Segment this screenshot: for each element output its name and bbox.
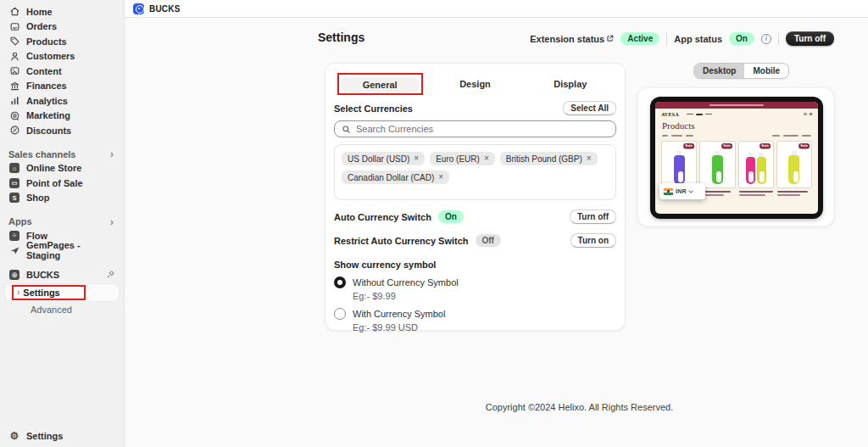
remove-icon[interactable]: × bbox=[438, 173, 443, 182]
copyright-text: Copyright ©2024 Helixo. All Rights Reser… bbox=[325, 402, 834, 412]
sidebar-item-label: Shop bbox=[26, 193, 50, 203]
auto-currency-turn-off-button[interactable]: Turn off bbox=[570, 210, 616, 224]
store-logo: AVESA bbox=[661, 112, 679, 117]
radio-option-without-symbol[interactable]: Without Currency Symbol bbox=[334, 277, 616, 288]
search-currencies-input[interactable] bbox=[356, 124, 609, 134]
restrict-turn-on-button[interactable]: Turn on bbox=[570, 233, 616, 248]
product-bottle-green bbox=[712, 155, 723, 184]
sidebar-item-analytics[interactable]: Analytics bbox=[5, 93, 119, 109]
sidebar-item-label: GemPages - Staging bbox=[26, 240, 115, 260]
sidebar-item-label: Analytics bbox=[26, 96, 68, 106]
tab-bar: General Design Display bbox=[332, 70, 618, 98]
sidebar-item-bucks[interactable]: ◎ BUCKS bbox=[5, 267, 119, 282]
bucks-app-icon: ◎ bbox=[8, 270, 20, 280]
sidebar-item-customers[interactable]: Customers bbox=[5, 49, 119, 64]
app-status-label: App status bbox=[674, 34, 722, 44]
sidebar-item-label: Customers bbox=[26, 51, 75, 61]
gempages-app-icon bbox=[8, 245, 20, 256]
target-icon bbox=[8, 110, 20, 121]
annotation-red-box: › Settings bbox=[12, 285, 86, 300]
sidebar-item-online-store[interactable]: ⌂ Online Store bbox=[5, 161, 119, 176]
sidebar-item-home[interactable]: Home bbox=[5, 4, 119, 20]
product-bottle-yellow bbox=[757, 157, 766, 184]
store-search-icon bbox=[804, 113, 807, 116]
search-currencies-field[interactable] bbox=[334, 120, 616, 137]
device-tab-mobile[interactable]: Mobile bbox=[744, 64, 788, 78]
sidebar-item-orders[interactable]: Orders bbox=[5, 20, 119, 35]
sidebar-item-bucks-settings[interactable]: › Settings bbox=[5, 284, 119, 301]
page-title: Settings bbox=[318, 31, 364, 44]
sidebar-item-label: Settings bbox=[23, 288, 59, 298]
search-icon bbox=[342, 125, 351, 134]
sidebar-item-label: Home bbox=[26, 7, 53, 17]
store-header: AVESA bbox=[655, 109, 818, 120]
radio-label: Without Currency Symbol bbox=[353, 277, 459, 288]
sidebar: Home Orders Products Customers Content F… bbox=[0, 0, 125, 447]
restrict-switch-badge: Off bbox=[476, 234, 501, 247]
sidebar-item-finances[interactable]: Finances bbox=[5, 79, 119, 94]
device-tab-desktop[interactable]: Desktop bbox=[694, 64, 744, 78]
extension-status-label[interactable]: Extension status bbox=[530, 34, 614, 44]
settings-card: General Design Display Select Currencies… bbox=[325, 63, 626, 331]
store-cart-icon bbox=[810, 113, 813, 116]
app-status-badge: On bbox=[729, 32, 754, 45]
sidebar-item-label: Discounts bbox=[26, 126, 71, 136]
radio-option-with-symbol[interactable]: With Currency Symbol bbox=[334, 308, 616, 320]
tablet-frame: AVESA Products Sale Sale Sale bbox=[650, 97, 823, 219]
product-card: Sale bbox=[776, 141, 812, 196]
auto-currency-switch-row: Auto Currency Switch On Turn off bbox=[334, 210, 616, 224]
sidebar-item-label: Advanced bbox=[31, 305, 72, 315]
sidebar-item-products[interactable]: Products bbox=[5, 34, 119, 49]
chevron-right-icon: › bbox=[110, 216, 114, 227]
sidebar-item-label: Products bbox=[26, 36, 67, 47]
product-bottle-purple bbox=[674, 155, 685, 184]
device-toggle: Desktop Mobile bbox=[693, 63, 789, 79]
tab-display[interactable]: Display bbox=[554, 79, 587, 89]
sidebar-item-label: Marketing bbox=[26, 110, 70, 120]
restrict-switch-label: Restrict Auto Currency Switch bbox=[334, 236, 469, 246]
sidebar-section-sales-channels[interactable]: Sales channels › bbox=[5, 148, 119, 161]
sidebar-item-gempages[interactable]: GemPages - Staging bbox=[5, 243, 119, 259]
select-all-button[interactable]: Select All bbox=[563, 101, 616, 115]
sidebar-item-content[interactable]: Content bbox=[5, 64, 119, 79]
extension-status-badge: Active bbox=[620, 32, 659, 45]
info-icon[interactable]: i bbox=[761, 34, 771, 44]
currency-switcher-widget[interactable]: INR bbox=[659, 183, 705, 199]
product-bottle-yellow2 bbox=[788, 155, 799, 184]
tag-icon bbox=[8, 36, 20, 47]
chevron-down-icon bbox=[688, 188, 693, 193]
sidebar-item-point-of-sale[interactable]: ▭ Point of Sale bbox=[5, 176, 119, 191]
pin-icon[interactable] bbox=[106, 270, 115, 279]
sidebar-item-discounts[interactable]: Discounts bbox=[5, 123, 119, 138]
radio-unselected-icon[interactable] bbox=[334, 308, 346, 320]
topbar: BUCKS bbox=[125, 0, 868, 18]
sidebar-item-label: Orders bbox=[26, 21, 57, 31]
tab-general[interactable]: General bbox=[337, 73, 423, 95]
sidebar-section-apps[interactable]: Apps › bbox=[5, 215, 119, 228]
sidebar-item-settings[interactable]: ⚙ Settings bbox=[5, 429, 119, 444]
remove-icon[interactable]: × bbox=[587, 154, 592, 163]
sidebar-item-bucks-advanced[interactable]: Advanced bbox=[5, 303, 119, 317]
home-icon bbox=[8, 6, 20, 17]
select-currencies-label: Select Currencies bbox=[334, 103, 413, 114]
turn-off-app-button[interactable]: Turn off bbox=[786, 31, 834, 46]
radio-selected-icon[interactable] bbox=[334, 277, 346, 288]
shop-icon: S bbox=[8, 193, 20, 203]
remove-icon[interactable]: × bbox=[414, 154, 419, 163]
sidebar-item-shop[interactable]: S Shop bbox=[5, 191, 119, 206]
app-title: BUCKS bbox=[149, 4, 181, 14]
remove-icon[interactable]: × bbox=[484, 154, 489, 163]
sidebar-item-label: Content bbox=[26, 66, 62, 76]
flow-app-icon: ⁘ bbox=[8, 231, 20, 241]
product-bottle-pink bbox=[746, 157, 755, 184]
auto-currency-switch-badge: On bbox=[438, 210, 464, 223]
currency-chip-eur: Euro (EUR)× bbox=[430, 152, 495, 165]
sidebar-item-marketing[interactable]: Marketing bbox=[5, 109, 119, 124]
person-icon bbox=[8, 51, 20, 62]
sidebar-item-label: Point of Sale bbox=[26, 178, 83, 188]
tab-design[interactable]: Design bbox=[459, 79, 491, 89]
point-of-sale-icon: ▭ bbox=[8, 178, 20, 188]
sidebar-item-label: BUCKS bbox=[26, 270, 59, 280]
divider bbox=[666, 33, 667, 45]
store-preview-card: AVESA Products Sale Sale Sale bbox=[637, 87, 834, 226]
